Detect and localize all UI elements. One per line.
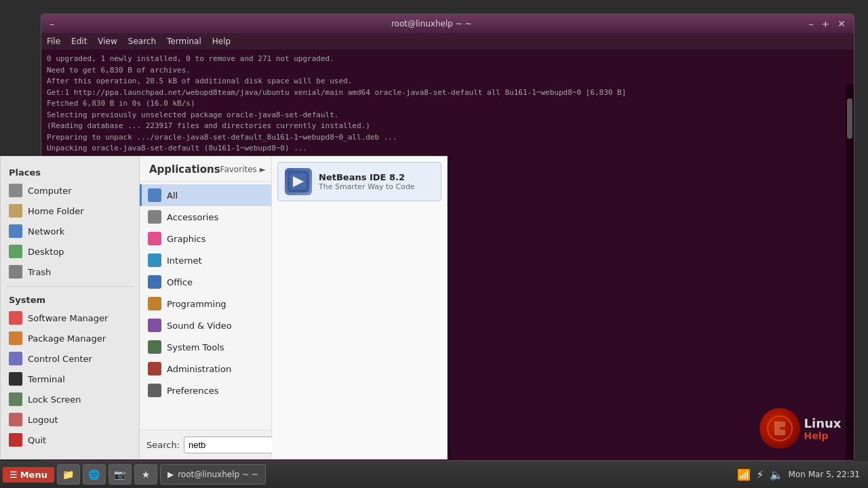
menu-icon: ☰ bbox=[9, 470, 18, 480]
terminal-minimize-icon[interactable]: – bbox=[47, 18, 57, 29]
places-section-title: Places bbox=[1, 163, 139, 180]
cat-internet-label: Internet bbox=[167, 256, 202, 266]
sidebar-item-lock[interactable]: Lock Screen bbox=[1, 389, 139, 409]
logo-circle-icon bbox=[760, 408, 800, 449]
taskbar-clock: Mon Mar 5, 22:31 bbox=[789, 470, 860, 479]
terminal-controls: – + ✕ bbox=[806, 18, 848, 29]
cat-programming[interactable]: Programming bbox=[140, 293, 271, 314]
terminal-scroll-thumb[interactable] bbox=[847, 98, 852, 139]
sidebar-label-network: Network bbox=[28, 226, 64, 237]
cat-accessories[interactable]: Accessories bbox=[140, 206, 271, 228]
terminal-title: root@linuxhelp ~ ~ bbox=[57, 19, 806, 28]
app-results-panel: NetBeans IDE 8.2 The Smarter Way to Code bbox=[272, 157, 447, 459]
terminal-menu-view[interactable]: View bbox=[98, 37, 117, 46]
terminal-menu-terminal[interactable]: Terminal bbox=[167, 37, 201, 46]
sidebar-item-logout[interactable]: Logout bbox=[1, 409, 139, 430]
software-icon bbox=[9, 311, 22, 325]
terminal-menu-file[interactable]: File bbox=[47, 37, 60, 46]
cat-office-icon bbox=[148, 275, 161, 289]
cat-graphics-label: Graphics bbox=[167, 234, 205, 244]
terminal-titlebar: – root@linuxhelp ~ ~ – + ✕ bbox=[41, 14, 854, 33]
terminal-menu-edit[interactable]: Edit bbox=[71, 37, 87, 46]
favorites-link[interactable]: Favorites ► bbox=[220, 165, 266, 174]
search-label: Search: bbox=[146, 440, 180, 450]
cat-programming-label: Programming bbox=[167, 299, 226, 309]
cat-system-tools-icon bbox=[148, 340, 161, 354]
sidebar-item-home[interactable]: Home Folder bbox=[1, 201, 139, 221]
terminal-maximize-button[interactable]: + bbox=[819, 18, 833, 29]
app-result-desc: The Smarter Way to Code bbox=[319, 182, 434, 191]
app4-icon: ★ bbox=[142, 469, 151, 480]
sidebar-label-quit: Quit bbox=[28, 435, 46, 445]
taskbar-browser-button[interactable]: 🌐 bbox=[83, 464, 106, 485]
files-icon: 📁 bbox=[62, 469, 74, 480]
cat-administration[interactable]: Administration bbox=[140, 358, 271, 380]
cat-graphics[interactable]: Graphics bbox=[140, 228, 271, 249]
battery-icon[interactable]: ⚡ bbox=[756, 468, 764, 481]
search-bar: Search: 🔍 bbox=[140, 430, 271, 459]
terminal-icon bbox=[9, 372, 22, 386]
sidebar-label-software: Software Manager bbox=[28, 313, 108, 323]
control-icon bbox=[9, 352, 22, 365]
cat-internet-icon bbox=[148, 253, 161, 267]
network-status-icon[interactable]: 📶 bbox=[737, 468, 751, 481]
taskbar-terminal-button[interactable]: ▶ root@linuxhelp ~ ~ bbox=[160, 464, 266, 485]
terminal-minimize-button[interactable]: – bbox=[806, 18, 816, 29]
taskbar: ☰ Menu 📁 🌐 📷 ★ ▶ root@linuxhelp ~ ~ 📶 ⚡ … bbox=[0, 461, 868, 488]
terminal-menu-search[interactable]: Search bbox=[128, 37, 156, 46]
sidebar-item-trash[interactable]: Trash bbox=[1, 262, 139, 282]
cat-office[interactable]: Office bbox=[140, 271, 271, 293]
cat-all[interactable]: All bbox=[140, 184, 271, 206]
cat-preferences-label: Preferences bbox=[167, 386, 218, 396]
sidebar-item-computer[interactable]: Computer bbox=[1, 180, 139, 201]
menu-label: Menu bbox=[20, 470, 47, 480]
app-result-netbeans[interactable]: NetBeans IDE 8.2 The Smarter Way to Code bbox=[277, 162, 441, 201]
sidebar-label-desktop: Desktop bbox=[28, 247, 64, 257]
volume-icon[interactable]: 🔈 bbox=[770, 468, 783, 481]
app-result-name: NetBeans IDE 8.2 bbox=[319, 172, 434, 182]
cat-preferences[interactable]: Preferences bbox=[140, 380, 271, 401]
taskbar-files-button[interactable]: 📁 bbox=[57, 464, 80, 485]
taskbar-app4-button[interactable]: ★ bbox=[134, 464, 157, 485]
sidebar-item-network[interactable]: Network bbox=[1, 221, 139, 241]
cat-administration-label: Administration bbox=[167, 364, 231, 374]
cat-system-tools[interactable]: System Tools bbox=[140, 336, 271, 358]
cat-programming-icon bbox=[148, 297, 161, 310]
netbeans-icon bbox=[285, 168, 312, 195]
sidebar-item-package[interactable]: Package Manager bbox=[1, 328, 139, 348]
home-icon bbox=[9, 204, 22, 218]
network-icon bbox=[9, 224, 22, 238]
logo-linux-text: Linux bbox=[804, 416, 842, 430]
sidebar-item-control[interactable]: Control Center bbox=[1, 348, 139, 369]
app-result-info-netbeans: NetBeans IDE 8.2 The Smarter Way to Code bbox=[319, 172, 434, 191]
taskbar-terminal-label: root@linuxhelp ~ ~ bbox=[178, 470, 258, 479]
app3-icon: 📷 bbox=[114, 469, 125, 480]
sidebar-label-lock: Lock Screen bbox=[28, 394, 81, 405]
sidebar-label-package: Package Manager bbox=[28, 333, 106, 344]
cat-office-label: Office bbox=[167, 277, 193, 287]
terminal-menubar: File Edit View Search Terminal Help bbox=[41, 33, 854, 49]
cat-administration-icon bbox=[148, 362, 161, 375]
quit-icon bbox=[9, 433, 22, 447]
trash-icon bbox=[9, 265, 22, 279]
sidebar-item-terminal[interactable]: Terminal bbox=[1, 369, 139, 389]
cat-all-label: All bbox=[167, 190, 178, 201]
taskbar-app3-button[interactable]: 📷 bbox=[108, 464, 132, 485]
cat-sound-video-label: Sound & Video bbox=[167, 321, 232, 331]
system-section-title: System bbox=[1, 291, 139, 308]
cat-sound-video[interactable]: Sound & Video bbox=[140, 314, 271, 336]
sidebar-item-desktop[interactable]: Desktop bbox=[1, 241, 139, 262]
cat-internet[interactable]: Internet bbox=[140, 249, 271, 271]
terminal-menu-help[interactable]: Help bbox=[212, 37, 231, 46]
taskbar-menu-button[interactable]: ☰ Menu bbox=[3, 467, 54, 483]
sidebar-item-software[interactable]: Software Manager bbox=[1, 308, 139, 328]
cat-graphics-icon bbox=[148, 232, 161, 245]
desktop-icon bbox=[9, 245, 22, 258]
browser-icon: 🌐 bbox=[88, 469, 100, 480]
terminal-close-button[interactable]: ✕ bbox=[835, 18, 848, 29]
sidebar-item-quit[interactable]: Quit bbox=[1, 430, 139, 450]
logo-help-text: Help bbox=[804, 430, 842, 441]
cat-sound-video-icon bbox=[148, 319, 161, 332]
cat-system-tools-label: System Tools bbox=[167, 342, 224, 352]
applications-header: Applications Favorites ► bbox=[140, 157, 271, 182]
